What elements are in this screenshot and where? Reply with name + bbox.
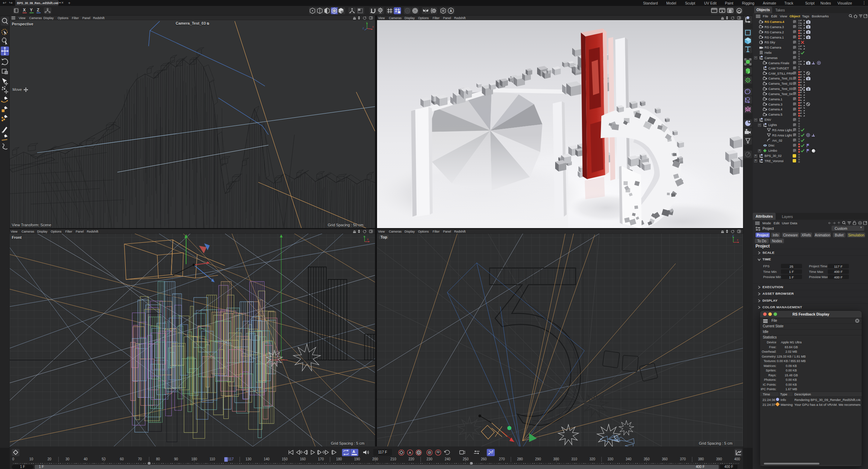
svg-text:Z: Z [362, 27, 364, 30]
svg-text:Y: Y [363, 235, 365, 238]
svg-text:A: A [450, 9, 452, 13]
svg-text:X: X [367, 238, 369, 241]
svg-text:X: X [737, 239, 738, 241]
svg-text:Y: Y [366, 22, 368, 24]
svg-text:X: X [372, 26, 374, 28]
svg-text:A: A [409, 451, 411, 454]
svg-text:Z: Z [732, 235, 734, 237]
